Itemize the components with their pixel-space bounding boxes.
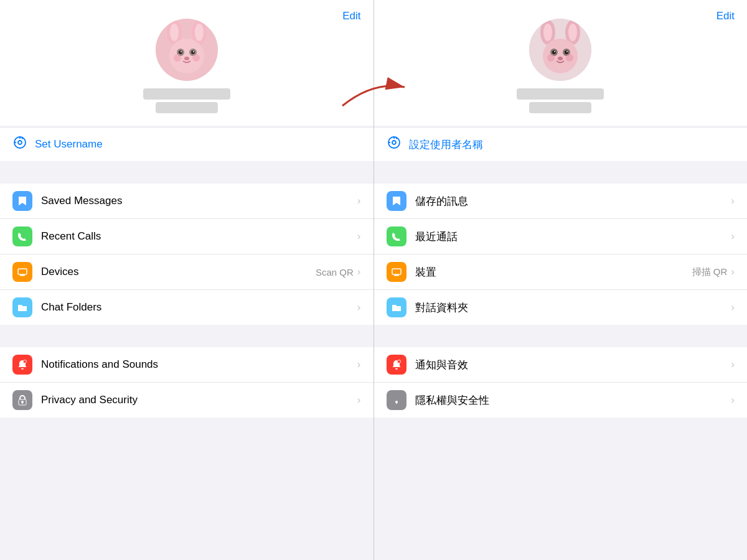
right-saved-messages-icon — [387, 191, 406, 211]
left-saved-messages-icon — [12, 191, 32, 211]
right-devices-icon — [387, 262, 406, 282]
left-privacy-icon — [12, 390, 32, 410]
left-devices-icon — [12, 262, 32, 282]
left-username-icon — [12, 135, 27, 154]
left-privacy-item[interactable]: Privacy and Security › — [0, 383, 374, 418]
right-section-sep-2 — [374, 325, 748, 347]
svg-point-34 — [568, 24, 577, 41]
right-recent-calls-label: 最近通話 — [415, 230, 731, 244]
right-chat-folders-icon — [387, 297, 406, 317]
right-privacy-item[interactable]: 隱私權與安全性 › — [374, 383, 748, 418]
left-devices-chevron: › — [357, 266, 361, 278]
left-chat-folders-icon — [12, 297, 32, 317]
left-recent-calls-item[interactable]: Recent Calls › — [0, 219, 374, 254]
svg-point-3 — [170, 24, 179, 41]
right-username-icon — [387, 135, 402, 154]
svg-point-41 — [566, 51, 568, 52]
right-username-row[interactable]: 設定使用者名稱 — [374, 127, 748, 161]
left-privacy-label: Privacy and Security — [41, 394, 357, 406]
right-notifications-label: 通知與音效 — [415, 358, 731, 372]
svg-point-38 — [552, 50, 556, 54]
left-edit-button[interactable]: Edit — [342, 10, 360, 22]
right-username-label: 設定使用者名稱 — [409, 138, 483, 152]
svg-point-44 — [566, 54, 573, 62]
left-username-label: Set Username — [35, 138, 103, 151]
left-saved-messages-item[interactable]: Saved Messages › — [0, 184, 374, 219]
right-notifications-item[interactable]: 通知與音效 › — [374, 347, 748, 383]
left-menu-group-1: Saved Messages › Recent Calls › Devices — [0, 184, 374, 325]
right-section-sep-1 — [374, 161, 748, 184]
svg-point-46 — [392, 141, 396, 144]
left-avatar — [156, 19, 218, 81]
right-saved-messages-item[interactable]: 儲存的訊息 › — [374, 184, 748, 219]
svg-point-43 — [547, 54, 555, 62]
left-username-row[interactable]: Set Username — [0, 127, 374, 161]
left-menu-group-2: Notifications and Sounds › Privacy and S… — [0, 347, 374, 418]
left-devices-extra: Scan QR — [316, 267, 354, 278]
svg-point-39 — [565, 50, 568, 54]
svg-point-11 — [193, 51, 194, 52]
left-devices-label: Devices — [41, 266, 316, 278]
right-recent-calls-chevron: › — [731, 230, 735, 243]
right-saved-messages-chevron: › — [731, 195, 735, 207]
left-devices-item[interactable]: Devices Scan QR › — [0, 254, 374, 290]
svg-point-42 — [558, 57, 563, 60]
left-notifications-icon — [12, 355, 32, 375]
svg-rect-29 — [22, 402, 23, 404]
right-name-block — [517, 88, 604, 113]
svg-point-9 — [191, 50, 195, 54]
right-edit-button[interactable]: Edit — [716, 10, 735, 22]
svg-point-13 — [174, 54, 181, 62]
left-recent-calls-label: Recent Calls — [41, 230, 357, 243]
svg-rect-21 — [20, 275, 25, 276]
svg-point-24 — [24, 360, 27, 363]
right-notifications-icon — [387, 355, 406, 375]
svg-point-16 — [18, 141, 22, 144]
svg-point-33 — [543, 24, 552, 41]
svg-point-54 — [397, 360, 400, 363]
left-notifications-item[interactable]: Notifications and Sounds › — [0, 347, 374, 383]
left-section-sep-1 — [0, 161, 374, 184]
left-privacy-chevron: › — [357, 394, 361, 406]
right-chat-folders-chevron: › — [731, 301, 735, 314]
left-saved-messages-label: Saved Messages — [41, 195, 357, 207]
left-chat-folders-chevron: › — [357, 301, 361, 314]
right-devices-label: 裝置 — [415, 265, 692, 279]
left-profile-section: Edit — [0, 0, 374, 126]
right-notifications-chevron: › — [731, 358, 735, 371]
right-profile-section: Edit — [374, 0, 748, 126]
right-privacy-label: 隱私權與安全性 — [415, 393, 731, 408]
right-avatar — [529, 19, 591, 81]
svg-point-10 — [181, 51, 182, 52]
right-devices-chevron: › — [731, 266, 735, 278]
left-recent-calls-chevron: › — [357, 230, 361, 243]
left-panel: Edit — [0, 0, 374, 560]
right-privacy-icon — [387, 390, 406, 410]
right-chat-folders-label: 對話資料夾 — [415, 301, 731, 315]
left-notifications-chevron: › — [357, 358, 361, 371]
svg-rect-20 — [18, 269, 27, 274]
left-chat-folders-item[interactable]: Chat Folders › — [0, 290, 374, 325]
right-panel: Edit — [374, 0, 748, 560]
left-name-block — [143, 88, 230, 113]
left-recent-calls-icon — [12, 226, 32, 246]
left-notifications-label: Notifications and Sounds — [41, 358, 357, 371]
right-name-bar-2 — [529, 102, 591, 113]
svg-point-4 — [195, 24, 204, 41]
right-recent-calls-icon — [387, 226, 406, 246]
svg-point-12 — [184, 57, 189, 60]
right-devices-item[interactable]: 裝置 掃描 QR › — [374, 254, 748, 290]
svg-point-8 — [179, 50, 182, 54]
right-chat-folders-item[interactable]: 對話資料夾 › — [374, 290, 748, 325]
left-chat-folders-label: Chat Folders — [41, 301, 357, 314]
svg-rect-57 — [396, 402, 397, 404]
right-privacy-chevron: › — [731, 394, 735, 406]
right-recent-calls-item[interactable]: 最近通話 › — [374, 219, 748, 254]
left-section-sep-2 — [0, 325, 374, 347]
right-saved-messages-label: 儲存的訊息 — [415, 194, 731, 208]
right-menu-group-1: 儲存的訊息 › 最近通話 › 裝置 掃描 QR › — [374, 184, 748, 325]
svg-point-14 — [192, 54, 200, 62]
left-saved-messages-chevron: › — [357, 195, 361, 207]
right-devices-extra: 掃描 QR — [692, 266, 728, 278]
svg-rect-51 — [394, 275, 399, 276]
